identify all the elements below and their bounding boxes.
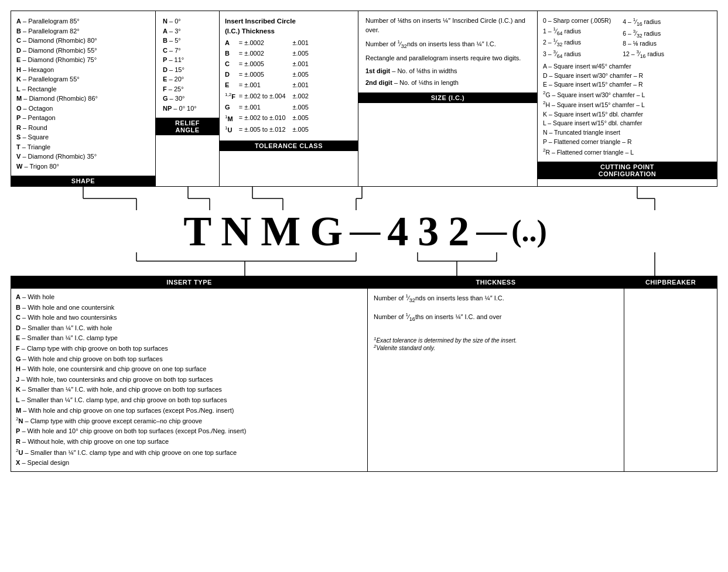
letter-2: 2 [443,210,474,252]
footnote1: 1Exact tolerance is determined by the si… [374,336,618,344]
insert-type-item: H – With hole, one countersink and chip … [16,364,363,375]
top-connector-svg [11,187,727,210]
relief-header: RELIEFANGLE [156,118,219,135]
relief-item: D – 15° [163,65,212,75]
tolerance-row: G= ±.001±.005 [225,102,310,113]
relief-item: F – 25° [163,84,212,94]
insert-type-item: F – Clamp type with chip groove on both … [16,344,363,354]
tolerance-row: E= ±.001±.001 [225,80,310,91]
shape-item: T – Triangle [16,142,150,152]
tolerance-row: C= ±.0005±.001 [225,59,310,70]
cutting-left: 0 – Sharp corner (.005R) 1 – 1⁄64 radius… [543,16,611,60]
size-content: Number of ⅛ths on inserts ¼″ Inscribed C… [364,14,531,90]
size-p2: Number of 1⁄32nds on inserts less than ¼… [365,39,530,50]
insert-type-item: P – With hole and 10° chip groove on bot… [16,426,363,437]
shape-content: A – Parallelogram 85° B – Parallelogram … [15,14,151,173]
thickness-label: THICKNESS [367,276,624,289]
shape-box: A – Parallelogram 85° B – Parallelogram … [11,11,156,187]
chart-container: A – Parallelogram 85° B – Parallelogram … [6,6,722,477]
shape-item: H – Hexagon [16,65,150,75]
shape-item: S – Square [16,132,150,142]
size-p1: Number of ⅛ths on inserts ¼″ Inscribed C… [365,16,530,35]
tolerance-row: A= ±.0002±.001 [225,38,310,49]
tolerance-row: B= ±.0002±.005 [225,49,310,59]
bottom-connectors [11,252,717,276]
letter-t: T [179,210,216,252]
size-p5: 2nd digit – No. of ¼ths in length [365,78,530,88]
relief-item: N – 0° [163,16,212,26]
insert-type-item: E – Smaller than ¼″ I.C. clamp type [16,333,363,344]
tolerance-row: 1,2F= ±.002 to ±.004±.002 [225,91,310,102]
shape-item: L – Rectangle [16,84,150,94]
shape-item: M – Diamond (Rhombic) 86° [16,94,150,104]
thickness-p2: Number of 1⁄16ths on inserts ¼″ I.C. and… [374,311,618,324]
tolerance-content: Insert Inscribed Circle(I.C.) Thickness … [224,14,354,138]
thickness-content: Number of 1⁄32nds on inserts less than ¼… [374,292,618,324]
letter-m: M [256,210,305,252]
relief-item: P – 11° [163,55,212,65]
shape-item: A – Parallelogram 85° [16,16,150,26]
thickness-p1: Number of 1⁄32nds on inserts less than ¼… [374,292,618,305]
tolerance-subheader: Insert Inscribed Circle(I.C.) Thickness [225,16,353,36]
dash1: — [347,216,382,246]
insert-type-item: 2N – Clamp type with chip groove except … [16,416,363,426]
bottom-content-row: A – With hole B – With hole and one coun… [11,289,717,472]
relief-item: E – 20° [163,74,212,84]
insert-type-item: 2U – Smaller than ¼″ I.C. clamp type and… [16,447,363,458]
insert-type-item: L – Smaller than ¼″ I.C. clamp type, and… [16,395,363,406]
thickness-footnotes: 1Exact tolerance is determined by the si… [374,336,618,352]
tolerance-table: A= ±.0002±.001 B= ±.0002±.005 C= ±.0005±… [225,38,310,135]
letter-4: 4 [382,210,413,252]
shape-item: R – Round [16,123,150,133]
tolerance-row: 1U= ±.005 to ±.012±.005 [225,124,310,136]
relief-item: C – 7° [163,46,212,56]
relief-item: NP – 0° 10° [163,104,212,114]
cutting-header: CUTTING POINTCONFIGURATION [538,162,717,179]
top-row: A – Parallelogram 85° B – Parallelogram … [11,11,717,187]
insert-type-item: X – Special design [16,458,363,468]
insert-type-box: A – With hole B – With hole and one coun… [11,289,368,472]
cutting-content: 0 – Sharp corner (.005R) 1 – 1⁄64 radius… [542,14,713,159]
footnote2: 2Valenite standard only. [374,344,618,351]
shape-item: V – Diamond (Rhombic) 35° [16,152,150,162]
parens: (..) [509,216,549,246]
insert-type-item: D – Smaller than ¼″ I.C. with hole [16,323,363,334]
shape-item: K – Parallelogram 55° [16,74,150,84]
letter-3: 3 [413,210,443,252]
chipbreaker-box [624,289,717,472]
relief-item: A – 3° [163,26,212,36]
insert-type-item: C – With hole and two countersinks [16,313,363,323]
shape-item: O – Octagon [16,104,150,114]
insert-type-item: A – With hole [16,292,363,303]
relief-box: N – 0° A – 3° B – 5° C – 7° P – 11° D – … [155,11,220,187]
insert-type-item: K – Smaller than ¼″ I.C. with hole, and … [16,385,363,395]
thickness-box: Number of 1⁄32nds on inserts less than ¼… [367,289,624,472]
shape-item: W – Trigon 80° [16,162,150,172]
cutting-right: 4 – 1⁄16 radius 6 – 3⁄32 radius 8 – ⅛ ra… [623,16,664,60]
dash2: — [474,216,509,246]
insert-type-label: INSERT TYPE [11,276,368,289]
letters-row: T N M G — 4 3 2 — (..) [11,210,717,252]
top-connectors [11,187,717,210]
insert-type-item: M – With hole and chip groove on one top… [16,406,363,416]
size-header: SIZE (I.C.) [358,93,537,103]
insert-type-item: J – With hole, two countersinks and chip… [16,375,363,385]
relief-item: B – 5° [163,36,212,46]
insert-type-content: A – With hole B – With hole and one coun… [16,292,363,468]
shape-item: D – Diamond (Rhombic) 55° [16,46,150,56]
shape-item: P – Pentagon [16,113,150,123]
tolerance-box: Insert Inscribed Circle(I.C.) Thickness … [219,11,358,187]
cutting-box: 0 – Sharp corner (.005R) 1 – 1⁄64 radius… [537,11,717,187]
letter-n: N [216,210,256,252]
bottom-labels-row: INSERT TYPE THICKNESS CHIPBREAKER [11,276,717,289]
shape-item: B – Parallelogram 82° [16,26,150,36]
tolerance-header: TOLERANCE CLASS [220,141,358,151]
cutting-letters: A – Square insert w/45° chamfer D – Squa… [543,62,712,157]
size-p3: Rectangle and parallelogram inserts requ… [365,54,530,63]
size-p4: 1st digit – No. of ⅛ths in widths [365,67,530,76]
tolerance-row: 1M= ±.002 to ±.010±.005 [225,113,310,125]
insert-type-item: G – With hole and chip groove on both to… [16,354,363,365]
tolerance-row: D= ±.0005±.005 [225,70,310,80]
size-box: Number of ⅛ths on inserts ¼″ Inscribed C… [358,11,538,187]
letter-g: G [305,210,347,252]
